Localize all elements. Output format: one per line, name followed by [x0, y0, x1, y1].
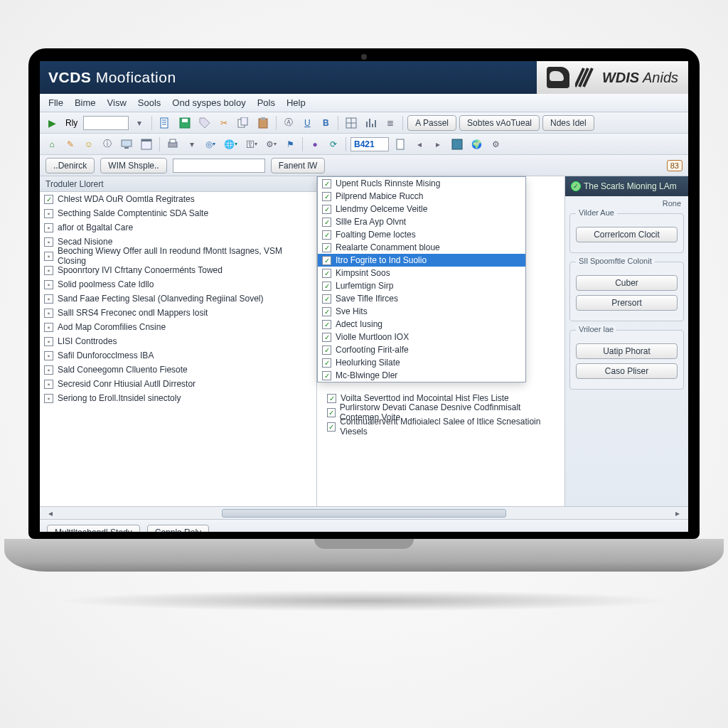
cut-icon[interactable]: ✂ — [216, 115, 232, 131]
checkbox-icon[interactable]: ▪ — [44, 380, 53, 389]
checkbox-icon[interactable]: ▪ — [44, 294, 53, 304]
checkbox-icon[interactable]: ▪ — [44, 280, 53, 289]
info-icon[interactable]: ⓘ — [100, 136, 115, 152]
dropdown-item[interactable]: ✓Heolurking Silate — [318, 356, 525, 369]
checkbox-icon[interactable]: ✓ — [44, 195, 53, 204]
flag-icon[interactable]: ⚑ — [282, 136, 298, 152]
refresh-icon[interactable]: ⟳ — [326, 136, 341, 152]
copy-icon[interactable] — [235, 115, 252, 131]
underline-icon[interactable]: U — [299, 115, 315, 131]
menu-file[interactable]: Flle — [48, 97, 63, 108]
doc-icon[interactable] — [156, 115, 173, 131]
checkbox-icon[interactable]: ▪ — [44, 337, 53, 346]
checkbox-icon[interactable]: ▪ — [44, 252, 53, 261]
checkbox-icon[interactable]: ▪ — [44, 223, 53, 232]
menu-ond[interactable]: Ond syspes boloy — [172, 97, 245, 108]
list-item[interactable]: ✓Contnualervent Mdfioialecl Salee of Itl… — [323, 419, 559, 434]
target-icon[interactable]: ◎▾ — [203, 136, 218, 152]
tree-row[interactable]: ▪Sand Faae Fecting Slesal (Olanveding Re… — [40, 291, 316, 306]
tag-icon[interactable] — [196, 115, 213, 131]
tree-row[interactable]: ▪Safil Dunforocclmess IBA — [40, 348, 316, 363]
pencil-icon[interactable]: ✎ — [63, 136, 78, 152]
checkbox-icon[interactable]: ▪ — [44, 237, 53, 247]
page-icon[interactable] — [392, 136, 409, 152]
tree-row[interactable]: ▪LISI Conttrodes — [40, 334, 316, 348]
window-icon[interactable] — [138, 136, 155, 152]
fanent-button[interactable]: Fanent lW — [271, 158, 326, 173]
checkbox-icon[interactable]: ▪ — [44, 209, 53, 218]
letter-a-icon[interactable]: Ⓐ — [281, 115, 296, 131]
dropdown-item[interactable]: ✓Foalting Deme loctes — [318, 228, 525, 241]
prersort-button[interactable]: Prersort — [576, 295, 678, 311]
conple-button[interactable]: Conple Roly — [147, 525, 209, 532]
tree-row[interactable]: ▪Solid poolmess Cate Idllo — [40, 277, 316, 291]
left-tree[interactable]: ✓Chlest WDA OuR Oomtla Regitrates▪Secthi… — [40, 192, 316, 506]
key-icon[interactable]: ⚿▾ — [243, 136, 260, 152]
tree-row[interactable]: ▪Secthing Salde Comptentinic SDA Salte — [40, 206, 316, 220]
tree-row[interactable]: ▪Secresid Conr Htiusial Autll Dirrestor — [40, 377, 316, 391]
dropdown-item[interactable]: ✓Violle Murtloon IOX — [318, 331, 525, 343]
dropdown-item[interactable]: ✓Lurfemtign Sirp — [318, 279, 525, 292]
paste-icon[interactable] — [255, 115, 272, 131]
menu-view[interactable]: Visw — [107, 97, 127, 108]
a-passel-button[interactable]: A Passel — [407, 115, 456, 131]
tree-row[interactable]: ▪Sald Coneegomn Clluento Fiesote — [40, 363, 316, 377]
dropdown-item[interactable]: ✓Sve Hits — [318, 305, 525, 318]
dropdown-list[interactable]: ✓Upent Rucls Rinnste Mising✓Pilprend Mab… — [317, 176, 526, 382]
face-icon[interactable]: ☺ — [81, 136, 97, 152]
filter-input[interactable] — [173, 159, 265, 173]
dropdown-item[interactable]: ✓Realarte Conamment bloue — [318, 241, 525, 254]
checkbox-icon[interactable]: ▪ — [44, 365, 53, 375]
run-icon[interactable]: ▶ — [44, 115, 60, 131]
tree-row[interactable]: ▪Seriong to Eroll.Itnsidel sinectoly — [40, 391, 316, 405]
uatip-button[interactable]: Uatip Phorat — [576, 343, 678, 359]
dropdown-item[interactable]: ✓Kimpsint Soos — [318, 267, 525, 279]
h-scrollbar-track[interactable]: ◂ ▸ — [40, 506, 688, 519]
prev-icon[interactable]: ◂ — [412, 136, 427, 152]
tree-row[interactable]: ▪Salll SRS4 Freconec ondl Mappers losit — [40, 306, 316, 320]
rly-input[interactable] — [83, 116, 129, 130]
tree-row[interactable]: ▪aflor ot Bgaltal Care — [40, 220, 316, 235]
gear-icon[interactable]: ⚙▾ — [263, 136, 279, 152]
settings-icon[interactable]: ⚙ — [488, 136, 503, 152]
checkbox-icon[interactable]: ▪ — [44, 394, 53, 403]
globe-icon[interactable]: 🌐▾ — [221, 136, 240, 152]
dropdown-item[interactable]: ✓Mc-Blwinge Dler — [318, 369, 525, 382]
dropdown-item[interactable]: ✓Adect Iusing — [318, 318, 525, 331]
dropdown-item[interactable]: ✓Save Tifle Ifirces — [318, 292, 525, 305]
save-icon[interactable] — [176, 115, 193, 131]
subtes-button[interactable]: Sobtes vAoTueal — [459, 115, 540, 131]
print-icon[interactable] — [164, 136, 181, 152]
scroll-left-icon[interactable]: ◂ — [43, 505, 58, 521]
dropdown-item[interactable]: ✓Sllle Era Ayp Olvnt — [318, 215, 525, 228]
dropdown-item[interactable]: ✓Upent Rucls Rinnste Mising — [318, 177, 525, 190]
arrow-down-icon[interactable]: ▾ — [184, 136, 200, 152]
dropdown-item[interactable]: ✓Itro Fogrite to Ind Suolio — [318, 254, 525, 267]
home-icon[interactable]: ⌂ — [44, 136, 60, 152]
checkbox-icon[interactable]: ▪ — [44, 323, 53, 332]
sphere-icon[interactable]: ● — [307, 136, 323, 152]
earth-icon[interactable]: 🌍 — [469, 136, 485, 152]
wim-button[interactable]: WIM Shsple.. — [100, 158, 166, 173]
correrlcom-button[interactable]: Correrlcom Clocit — [576, 227, 678, 242]
dropdown-item[interactable]: ✓Llendmy Oelceme Veitle — [318, 203, 525, 215]
dropdown-item[interactable]: ✓Corfootíng Firit-alfe — [318, 343, 525, 356]
bold-icon[interactable]: B — [318, 115, 333, 131]
denirck-button[interactable]: ..Denirck — [46, 158, 95, 173]
monitor-icon[interactable] — [118, 136, 135, 152]
next-icon[interactable]: ▸ — [430, 136, 446, 152]
menu-sools[interactable]: Sools — [138, 97, 161, 108]
ndes-button[interactable]: Ndes Idel — [542, 115, 594, 131]
dropdown-arrow-icon[interactable]: ▾ — [132, 115, 147, 131]
grid-icon[interactable] — [343, 115, 360, 131]
tree-row[interactable]: ▪Aod Map Coromfilies Cnsine — [40, 320, 316, 334]
checkbox-icon[interactable]: ▪ — [44, 351, 53, 360]
checkbox-icon[interactable]: ▪ — [44, 309, 53, 318]
multi-study-button[interactable]: Multtlteobondl Stady — [47, 525, 140, 532]
menu-pols[interactable]: Pols — [257, 97, 275, 108]
dropdown-item[interactable]: ✓Pilprend Mabice Rucch — [318, 190, 525, 203]
chart-icon[interactable] — [363, 115, 380, 131]
cuber-button[interactable]: Cuber — [576, 275, 678, 291]
menu-bime[interactable]: Bime — [75, 97, 96, 108]
disk-icon[interactable] — [449, 136, 466, 152]
